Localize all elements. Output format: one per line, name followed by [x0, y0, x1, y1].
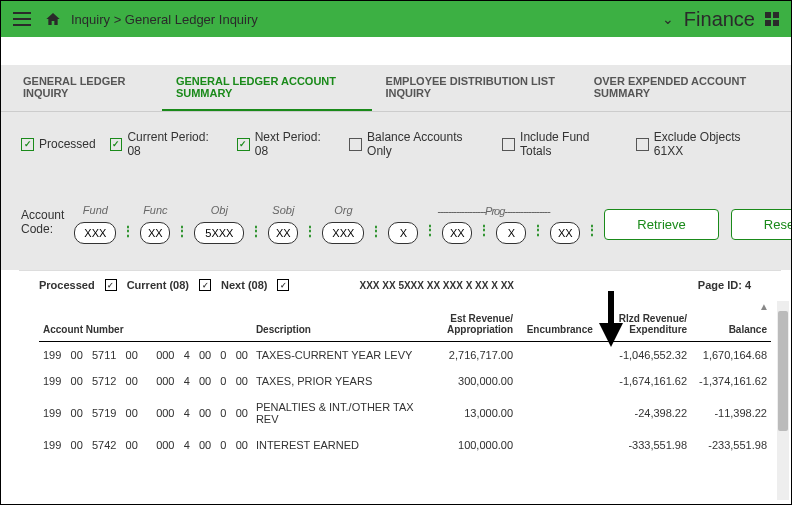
tab-over-expended-account-summary[interactable]: OVER EXPENDED ACCOUNT SUMMARY: [580, 65, 783, 111]
acct-header: ------------------Prog-----------------: [437, 204, 549, 218]
col-header: Est Revenue/Appropriation: [428, 307, 517, 342]
acct-input-prog-1[interactable]: [388, 222, 418, 244]
field-menu-icon[interactable]: ⋮: [250, 224, 262, 244]
acct-input-sobj[interactable]: [268, 222, 298, 244]
hamburger-menu[interactable]: [13, 12, 31, 26]
tab-general-ledger-account-summary[interactable]: GENERAL LEDGER ACCOUNT SUMMARY: [162, 65, 372, 111]
col-header: Encumbrance: [517, 307, 597, 342]
checkbox-icon[interactable]: [349, 138, 362, 151]
filter-label: Balance Accounts Only: [367, 130, 488, 158]
acct-header: Org: [334, 204, 352, 218]
field-menu-icon[interactable]: ⋮: [122, 224, 134, 244]
table-cell: 100,000.00: [428, 432, 517, 458]
field-menu-icon[interactable]: ⋮: [304, 224, 316, 244]
report-next-label: Next (08): [221, 279, 267, 291]
table-row[interactable]: 199 00 5712 00 000 4 00 0 00TAXES, PRIOR…: [39, 368, 771, 394]
acct-input-org[interactable]: [322, 222, 364, 244]
table-cell: 300,000.00: [428, 368, 517, 394]
table-cell: 199 00 5742 00 000 4 00 0 00: [39, 432, 252, 458]
table-row[interactable]: 199 00 5742 00 000 4 00 0 00INTEREST EAR…: [39, 432, 771, 458]
acct-input-prog-3[interactable]: [496, 222, 526, 244]
table-cell: [517, 368, 597, 394]
checkbox-icon[interactable]: [502, 138, 515, 151]
report-current-label: Current (08): [127, 279, 189, 291]
col-header: Balance: [691, 307, 771, 342]
account-code-label: Account Code:: [21, 208, 64, 244]
filter-include-fund-totals[interactable]: Include Fund Totals: [502, 130, 622, 158]
acct-header: Fund: [83, 204, 108, 218]
home-icon[interactable]: [45, 11, 61, 27]
reset-button[interactable]: Reset: [731, 209, 792, 240]
chevron-down-icon[interactable]: ⌄: [662, 11, 674, 27]
filter-current-period-08[interactable]: ✓Current Period: 08: [110, 130, 223, 158]
col-header: Account Number: [39, 307, 252, 342]
table-cell: 13,000.00: [428, 394, 517, 432]
acct-header: Func: [143, 204, 167, 218]
filter-label: Processed: [39, 137, 96, 151]
field-menu-icon[interactable]: ⋮: [424, 223, 436, 243]
checkbox-icon[interactable]: ✓: [237, 138, 250, 151]
acct-input-func[interactable]: [140, 222, 170, 244]
field-menu-icon[interactable]: ⋮: [532, 223, 544, 243]
breadcrumb: Inquiry > General Ledger Inquiry: [71, 12, 258, 27]
field-menu-icon[interactable]: ⋮: [370, 224, 382, 244]
table-cell: 199 00 5719 00 000 4 00 0 00: [39, 394, 252, 432]
field-menu-icon[interactable]: ⋮: [586, 223, 598, 243]
col-header: Description: [252, 307, 428, 342]
table-cell: -24,398.22: [597, 394, 691, 432]
acct-header: Obj: [211, 204, 228, 218]
table-cell: 199 00 5712 00 000 4 00 0 00: [39, 368, 252, 394]
report-processed-check: ✓: [105, 279, 117, 291]
table-cell: -1,674,161.62: [597, 368, 691, 394]
table-row[interactable]: 199 00 5719 00 000 4 00 0 00PENALTIES & …: [39, 394, 771, 432]
filter-balance-accounts-only[interactable]: Balance Accounts Only: [349, 130, 488, 158]
table-cell: -11,398.22: [691, 394, 771, 432]
ledger-table: Account NumberDescriptionEst Revenue/App…: [39, 307, 771, 458]
table-cell: -1,374,161.62: [691, 368, 771, 394]
module-name: Finance: [684, 8, 755, 31]
table-cell: INTEREST EARNED: [252, 432, 428, 458]
checkbox-icon[interactable]: [636, 138, 649, 151]
table-cell: 199 00 5711 00 000 4 00 0 00: [39, 342, 252, 369]
report-code: XXX XX 5XXX XX XXX X XX X XX: [359, 280, 514, 291]
report-next-check: ✓: [277, 279, 289, 291]
retrieve-button[interactable]: Retrieve: [604, 209, 718, 240]
report-processed-label: Processed: [39, 279, 95, 291]
table-cell: TAXES, PRIOR YEARS: [252, 368, 428, 394]
table-cell: 1,670,164.68: [691, 342, 771, 369]
acct-input-prog-2[interactable]: [442, 222, 472, 244]
page-id: Page ID: 4: [698, 279, 771, 291]
table-cell: PENALTIES & INT./OTHER TAX REV: [252, 394, 428, 432]
filter-label: Next Period: 08: [255, 130, 336, 158]
acct-input-prog-4[interactable]: [550, 222, 580, 244]
report-panel: Processed ✓ Current (08) ✓ Next (08) ✓ X…: [19, 270, 781, 458]
table-cell: 2,716,717.00: [428, 342, 517, 369]
checkbox-icon[interactable]: ✓: [110, 138, 123, 151]
checkbox-icon[interactable]: ✓: [21, 138, 34, 151]
vertical-scrollbar[interactable]: [777, 301, 789, 500]
filter-exclude-objects-61xx[interactable]: Exclude Objects 61XX: [636, 130, 771, 158]
table-cell: [517, 342, 597, 369]
field-menu-icon[interactable]: ⋮: [478, 223, 490, 243]
table-cell: TAXES-CURRENT YEAR LEVY: [252, 342, 428, 369]
filter-label: Include Fund Totals: [520, 130, 622, 158]
tab-general-ledger-inquiry[interactable]: GENERAL LEDGER INQUIRY: [9, 65, 162, 111]
tab-employee-distribution-list-inquiry[interactable]: EMPLOYEE DISTRIBUTION LIST INQUIRY: [372, 65, 580, 111]
table-row[interactable]: 199 00 5711 00 000 4 00 0 00TAXES-CURREN…: [39, 342, 771, 369]
filter-label: Exclude Objects 61XX: [654, 130, 771, 158]
scroll-up-icon[interactable]: ▲: [759, 301, 769, 312]
table-cell: -333,551.98: [597, 432, 691, 458]
filter-next-period-08[interactable]: ✓Next Period: 08: [237, 130, 335, 158]
acct-input-fund[interactable]: [74, 222, 116, 244]
acct-header: Sobj: [272, 204, 294, 218]
table-cell: [517, 432, 597, 458]
tab-bar: GENERAL LEDGER INQUIRYGENERAL LEDGER ACC…: [1, 65, 791, 112]
report-current-check: ✓: [199, 279, 211, 291]
table-cell: [517, 394, 597, 432]
pointer-arrow-icon: [591, 289, 631, 349]
filter-label: Current Period: 08: [127, 130, 223, 158]
apps-icon[interactable]: [765, 12, 779, 26]
acct-input-obj[interactable]: [194, 222, 244, 244]
filter-processed[interactable]: ✓Processed: [21, 130, 96, 158]
field-menu-icon[interactable]: ⋮: [176, 224, 188, 244]
